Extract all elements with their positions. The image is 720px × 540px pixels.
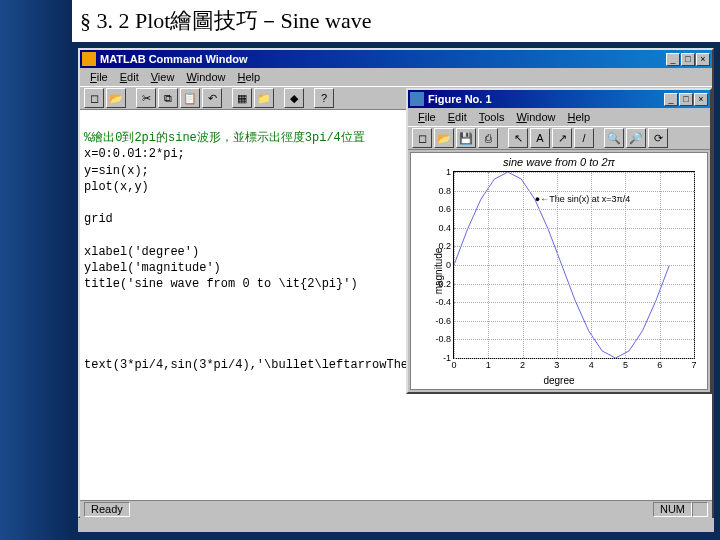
- slide-decor: [0, 0, 72, 540]
- code-comment: %繪出0到2pi的sine波形，並標示出徑度3pi/4位置: [84, 131, 365, 145]
- slide-title: § 3. 2 Plot繪圖技巧－Sine wave: [0, 0, 720, 44]
- fig-zoomin-button[interactable]: 🔍: [604, 128, 624, 148]
- figure-canvas: sine wave from 0 to 2π magnitude degree …: [410, 152, 708, 390]
- path-button[interactable]: 📁: [254, 88, 274, 108]
- status-resize: [692, 502, 708, 517]
- help-button[interactable]: ?: [314, 88, 334, 108]
- fig-arrow-button[interactable]: ↗: [552, 128, 572, 148]
- fig-maximize-button[interactable]: □: [679, 93, 693, 106]
- fig-menu-tools[interactable]: Tools: [473, 110, 511, 124]
- chart-plot-area: ●←The sin(x) at x=3π/4 -1-0.8-0.6-0.4-0.…: [453, 171, 695, 359]
- cmd-statusbar: Ready NUM: [80, 500, 712, 518]
- figure-window: Figure No. 1 _ □ × File Edit Tools Windo…: [406, 88, 712, 394]
- undo-button[interactable]: ↶: [202, 88, 222, 108]
- menu-view[interactable]: View: [145, 70, 181, 84]
- cmd-menubar: File Edit View Window Help: [80, 68, 712, 86]
- status-num: NUM: [653, 502, 692, 517]
- figure-icon: [410, 92, 424, 106]
- menu-file[interactable]: File: [84, 70, 114, 84]
- fig-rotate-button[interactable]: ⟳: [648, 128, 668, 148]
- code-block-3: xlabel('degree') ylabel('magnitude') tit…: [84, 245, 358, 291]
- fig-titlebar[interactable]: Figure No. 1 _ □ ×: [408, 90, 710, 108]
- simulink-button[interactable]: ◆: [284, 88, 304, 108]
- desktop: MATLAB Command Window _ □ × File Edit Vi…: [78, 48, 714, 532]
- fig-save-button[interactable]: 💾: [456, 128, 476, 148]
- new-file-button[interactable]: ◻: [84, 88, 104, 108]
- menu-window[interactable]: Window: [180, 70, 231, 84]
- fig-new-button[interactable]: ◻: [412, 128, 432, 148]
- fig-line-button[interactable]: /: [574, 128, 594, 148]
- cut-button[interactable]: ✂: [136, 88, 156, 108]
- fig-menu-window[interactable]: Window: [510, 110, 561, 124]
- chart-title: sine wave from 0 to 2π: [411, 153, 707, 168]
- code-block-1: x=0:0.01:2*pi; y=sin(x); plot(x,y): [84, 147, 185, 193]
- fig-title: Figure No. 1: [428, 93, 664, 105]
- fig-pointer-button[interactable]: ↖: [508, 128, 528, 148]
- minimize-button[interactable]: _: [666, 53, 680, 66]
- fig-close-button[interactable]: ×: [694, 93, 708, 106]
- fig-open-button[interactable]: 📂: [434, 128, 454, 148]
- cmd-titlebar[interactable]: MATLAB Command Window _ □ ×: [80, 50, 712, 68]
- matlab-icon: [82, 52, 96, 66]
- fig-toolbar: ◻ 📂 💾 ⎙ ↖ A ↗ / 🔍 🔎 ⟳: [408, 126, 710, 150]
- fig-menu-help[interactable]: Help: [562, 110, 597, 124]
- fig-minimize-button[interactable]: _: [664, 93, 678, 106]
- fig-menu-file[interactable]: File: [412, 110, 442, 124]
- workspace-button[interactable]: ▦: [232, 88, 252, 108]
- close-button[interactable]: ×: [696, 53, 710, 66]
- fig-print-button[interactable]: ⎙: [478, 128, 498, 148]
- paste-button[interactable]: 📋: [180, 88, 200, 108]
- cmd-title: MATLAB Command Window: [100, 53, 666, 65]
- fig-menubar: File Edit Tools Window Help: [408, 108, 710, 126]
- menu-help[interactable]: Help: [232, 70, 267, 84]
- code-block-2: grid: [84, 212, 113, 226]
- open-button[interactable]: 📂: [106, 88, 126, 108]
- menu-edit[interactable]: Edit: [114, 70, 145, 84]
- chart-xlabel: degree: [543, 375, 574, 386]
- maximize-button[interactable]: □: [681, 53, 695, 66]
- fig-zoomout-button[interactable]: 🔎: [626, 128, 646, 148]
- copy-button[interactable]: ⧉: [158, 88, 178, 108]
- status-ready: Ready: [84, 502, 130, 517]
- fig-menu-edit[interactable]: Edit: [442, 110, 473, 124]
- fig-text-button[interactable]: A: [530, 128, 550, 148]
- chart-annotation: ●←The sin(x) at x=3π/4: [535, 194, 630, 204]
